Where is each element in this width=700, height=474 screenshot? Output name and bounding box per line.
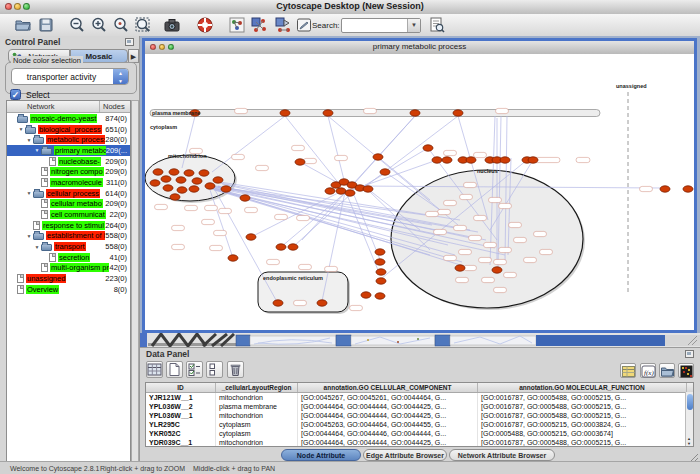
network-node xyxy=(189,186,199,192)
tree-scrollbar[interactable] xyxy=(131,100,139,474)
tree-row-label: nucleobase- xyxy=(58,157,101,166)
select-nodes-checkbox[interactable]: ✓ xyxy=(10,89,21,100)
table-cell: [GO:0005488, GO:0005215, GO:0003674] xyxy=(478,429,687,438)
disclosure-arrow-icon[interactable]: ▼ xyxy=(33,244,41,250)
node-label xyxy=(350,305,363,310)
vizmapper-icon[interactable] xyxy=(250,16,268,34)
disclosure-arrow-icon[interactable]: ▼ xyxy=(17,126,25,132)
zoom-out-icon[interactable] xyxy=(68,16,86,34)
node-color-dropdown[interactable]: transporter activity ▲▼ xyxy=(11,68,129,85)
network-node xyxy=(213,177,223,183)
node-label xyxy=(456,277,469,282)
tree-row[interactable]: macromolecule311(0) xyxy=(7,177,130,188)
attribute-table[interactable]: ID_cellularLayoutRegionannotation.GO CEL… xyxy=(145,382,694,447)
tree-row[interactable]: secretion41(0) xyxy=(7,252,130,263)
table-row[interactable]: YJR121W__1mitochondrion[GO:0045267, GO:0… xyxy=(146,393,693,402)
tree-row-label: mosaic-demo-yeast xyxy=(30,114,97,123)
search-dropdown-icon[interactable]: ▼ xyxy=(407,19,420,32)
leaf-icon xyxy=(41,167,48,176)
network-window-titlebar[interactable]: primary metabolic process xyxy=(145,41,694,55)
data-panel-float-icon[interactable] xyxy=(685,350,694,358)
annotation-icon[interactable] xyxy=(295,16,313,34)
disclosure-arrow-icon[interactable]: ▼ xyxy=(33,147,41,153)
select-all-attributes-icon[interactable] xyxy=(186,361,203,378)
select-attributes-icon[interactable] xyxy=(146,361,163,378)
tree-row[interactable]: ▼biological_process651(0) xyxy=(7,124,130,135)
unselect-attributes-icon[interactable] xyxy=(206,361,223,378)
table-row[interactable]: YPL036W__1mitochondrion[GO:0044464, GO:0… xyxy=(146,411,693,420)
cytopanel-layout-icon[interactable] xyxy=(228,16,246,34)
tree-row[interactable]: cell communicat22(0) xyxy=(7,209,130,220)
tree-row-label: macromolecule xyxy=(50,178,103,187)
delete-attribute-icon[interactable] xyxy=(227,361,244,378)
tree-row[interactable]: ▼establishment of lo558(0) xyxy=(7,231,130,242)
tree-row-count: 311(0) xyxy=(106,178,130,187)
tree-row[interactable]: ▼primary metabo209(... xyxy=(7,145,130,156)
matrix-view-icon[interactable] xyxy=(678,363,694,378)
table-column-header[interactable]: annotation.GO CELLULAR_COMPONENT xyxy=(298,383,478,392)
advanced-search-icon[interactable] xyxy=(428,16,446,34)
save-session-icon[interactable] xyxy=(37,16,55,34)
table-cell: mitochondrion xyxy=(216,393,298,402)
table-column-header[interactable]: _cellularLayoutRegion xyxy=(216,383,298,392)
scrollbar-thumb[interactable] xyxy=(687,394,693,410)
tree-row[interactable]: unassigned223(0) xyxy=(7,273,130,284)
table-row[interactable]: YDR039C__1mitochondrion[GO:0044464, GO:0… xyxy=(146,438,693,447)
new-attribute-icon[interactable] xyxy=(166,361,183,378)
tree-row[interactable]: Overview8(0) xyxy=(7,284,130,295)
disclosure-arrow-icon[interactable]: ▼ xyxy=(25,233,33,239)
float-panel-icon[interactable] xyxy=(125,38,134,46)
import-attributes-icon[interactable] xyxy=(659,363,675,378)
network-node xyxy=(273,300,283,306)
tree-row-label: nitrogen compo xyxy=(50,167,104,176)
tree-row[interactable]: nucleobase-209(0) xyxy=(7,156,130,167)
node-label xyxy=(205,205,218,210)
network-tree-header[interactable]: Network Nodes xyxy=(7,101,130,113)
tree-row[interactable]: ▼metabolic process280(0) xyxy=(7,134,130,145)
leaf-icon xyxy=(33,221,40,230)
tab-node-attribute-browser[interactable]: Node Attribute Browser xyxy=(281,449,361,461)
table-cell: mitochondrion xyxy=(216,411,298,420)
background-windows-strip xyxy=(140,333,700,347)
disclosure-arrow-icon[interactable]: ▼ xyxy=(25,137,33,143)
disclosure-arrow-icon[interactable]: ▼ xyxy=(25,190,33,196)
snapshot-icon[interactable] xyxy=(163,16,181,34)
tab-network-attribute-browser[interactable]: Network Attribute Browser xyxy=(449,449,555,461)
scrollbar-arrows[interactable]: ▲▼ xyxy=(685,436,693,446)
node-label xyxy=(479,257,492,262)
tree-row[interactable]: response to stimul264(0) xyxy=(7,220,130,231)
function-builder-icon[interactable]: f(x) xyxy=(640,363,656,378)
node-label xyxy=(335,155,348,160)
network-edge xyxy=(300,162,340,184)
tab-edge-attribute-browser[interactable]: Edge Attribute Browser xyxy=(363,449,447,461)
filter-icon[interactable] xyxy=(274,16,292,34)
tree-row[interactable]: nitrogen compo209(0) xyxy=(7,166,130,177)
attribute-table-header[interactable]: ID_cellularLayoutRegionannotation.GO CEL… xyxy=(146,383,693,393)
tab-scroll-right-icon[interactable]: ▶ xyxy=(128,49,139,63)
tree-row[interactable]: ▼cellular process614(0) xyxy=(7,188,130,199)
node-label xyxy=(464,265,477,270)
table-column-header[interactable]: ID xyxy=(146,383,216,392)
table-row[interactable]: YPL036W__2plasma membrane[GO:0044464, GO… xyxy=(146,402,693,411)
help-icon[interactable] xyxy=(196,16,214,34)
open-session-icon[interactable] xyxy=(14,16,32,34)
tree-row[interactable]: ▼transport558(0) xyxy=(7,241,130,252)
zoom-in-icon[interactable] xyxy=(90,16,108,34)
table-cell: [GO:0045263, GO:0044464, GO:0044455, G..… xyxy=(298,420,478,429)
tree-row[interactable]: cellular metabo209(0) xyxy=(7,199,130,210)
search-input[interactable]: ▼ xyxy=(341,18,421,33)
cytoplasm-label: cytoplasm xyxy=(150,124,177,130)
zoom-selected-icon[interactable] xyxy=(112,16,130,34)
network-canvas-container[interactable]: plasma membranecytoplasmmitochondrionnuc… xyxy=(145,54,694,330)
table-column-header[interactable]: annotation.GO MOLECULAR_FUNCTION xyxy=(478,383,687,392)
leaf-icon xyxy=(41,178,48,187)
zoom-fit-icon[interactable] xyxy=(134,16,152,34)
tree-row[interactable]: multi-organism pro42(0) xyxy=(7,263,130,274)
network-view-window[interactable]: primary metabolic process plasma membran… xyxy=(142,38,697,333)
tree-row[interactable]: mosaic-demo-yeast874(0) xyxy=(7,113,130,124)
control-panel-title: Control Panel xyxy=(5,37,60,47)
table-row[interactable]: YKR052Ccytoplasm[GO:0044464, GO:0044446,… xyxy=(146,429,693,438)
table-row[interactable]: YLR295Ccytoplasm[GO:0045263, GO:0044464,… xyxy=(146,420,693,429)
network-window-title: primary metabolic process xyxy=(145,42,694,51)
attribute-batch-icon[interactable] xyxy=(620,363,636,378)
